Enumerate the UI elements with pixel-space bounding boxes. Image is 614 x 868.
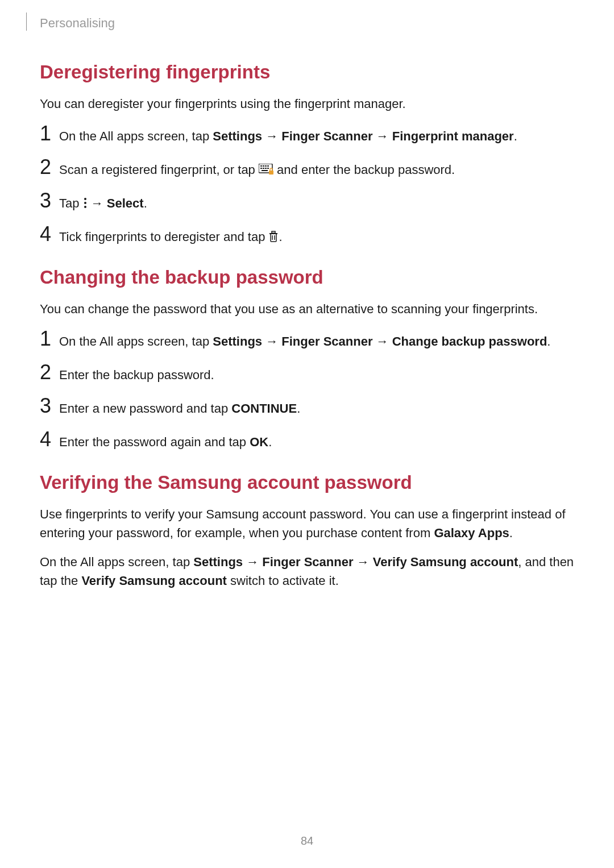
keyboard-lock-icon <box>259 164 273 175</box>
header-divider <box>26 13 27 31</box>
text: . <box>509 526 513 540</box>
text: Enter a new password and tap <box>59 401 231 416</box>
steps-deregistering: 1 On the All apps screen, tap Settings →… <box>40 123 574 246</box>
step-number: 4 <box>40 429 59 450</box>
step-text: On the All apps screen, tap Settings → F… <box>59 126 517 146</box>
step-text: On the All apps screen, tap Settings → F… <box>59 331 550 351</box>
step-number: 2 <box>40 157 59 177</box>
svg-rect-7 <box>265 168 267 169</box>
step-item: 1 On the All apps screen, tap Settings →… <box>40 329 574 351</box>
svg-rect-5 <box>260 168 262 169</box>
step-text: Enter the backup password. <box>59 364 214 384</box>
svg-point-13 <box>84 206 86 208</box>
svg-rect-6 <box>263 168 264 169</box>
bold-text: Settings <box>213 129 262 143</box>
step-number: 1 <box>40 329 59 349</box>
text: . <box>279 230 282 244</box>
bold-text: Settings <box>213 334 262 348</box>
svg-point-12 <box>84 202 86 204</box>
text: Tick fingerprints to deregister and tap <box>59 230 268 244</box>
svg-rect-10 <box>269 171 273 175</box>
svg-rect-8 <box>267 168 269 169</box>
step-item: 2 Scan a registered fingerprint, or tap … <box>40 157 574 179</box>
section-deregistering: Deregistering fingerprints You can dereg… <box>40 61 574 246</box>
heading-verifying-samsung: Verifying the Samsung account password <box>40 472 574 493</box>
trash-icon <box>268 231 279 242</box>
intro-changing-password: You can change the password that you use… <box>40 300 574 318</box>
svg-rect-1 <box>260 165 262 167</box>
step-text: Scan a registered fingerprint, or tap an… <box>59 159 455 179</box>
text: . <box>268 435 272 449</box>
arrow-text: → <box>243 555 262 569</box>
text: On the All apps screen, tap <box>59 129 213 143</box>
step-number: 4 <box>40 224 59 244</box>
text: . <box>514 129 517 143</box>
bold-text: Finger Scanner <box>281 334 372 348</box>
text: On the All apps screen, tap <box>40 555 193 569</box>
svg-rect-4 <box>267 165 269 167</box>
svg-rect-2 <box>263 165 264 167</box>
paragraph-1: Use fingerprints to verify your Samsung … <box>40 505 574 542</box>
bold-text: Settings <box>193 555 243 569</box>
step-item: 4 Enter the password again and tap OK. <box>40 429 574 451</box>
text: . <box>144 196 147 210</box>
step-number: 1 <box>40 123 59 144</box>
text: . <box>297 401 300 416</box>
heading-deregistering: Deregistering fingerprints <box>40 61 574 83</box>
arrow-text: → <box>372 334 392 348</box>
step-text: Enter the password again and tap OK. <box>59 431 272 451</box>
arrow-text: → <box>372 129 392 143</box>
breadcrumb-section: Personalising <box>40 16 574 31</box>
step-item: 2 Enter the backup password. <box>40 362 574 384</box>
svg-rect-15 <box>272 231 275 233</box>
arrow-text: → <box>262 334 281 348</box>
text: Tap <box>59 196 83 210</box>
section-verifying-samsung: Verifying the Samsung account password U… <box>40 472 574 590</box>
step-item: 3 Tap → Select. <box>40 190 574 213</box>
bold-text: Change backup password <box>392 334 547 348</box>
bold-text: Select <box>107 196 144 210</box>
bold-text: OK <box>250 435 268 449</box>
bold-text: Galaxy Apps <box>434 526 509 540</box>
intro-deregistering: You can deregister your fingerprints usi… <box>40 94 574 113</box>
text: . <box>547 334 550 348</box>
step-text: Enter a new password and tap CONTINUE. <box>59 398 300 418</box>
step-text: Tap → Select. <box>59 193 147 213</box>
step-text: Tick fingerprints to deregister and tap … <box>59 226 283 246</box>
page-content: Personalising Deregistering fingerprints… <box>0 0 614 590</box>
bold-text: Finger Scanner <box>281 129 372 143</box>
svg-rect-3 <box>265 165 267 167</box>
text: Enter the backup password. <box>59 368 214 382</box>
text: Enter the password again and tap <box>59 435 250 449</box>
bold-text: Verify Samsung account <box>373 555 518 569</box>
bold-text: CONTINUE <box>231 401 297 416</box>
text: On the All apps screen, tap <box>59 334 213 348</box>
arrow-text: → <box>88 196 107 210</box>
step-number: 2 <box>40 362 59 383</box>
section-changing-password: Changing the backup password You can cha… <box>40 267 574 451</box>
bold-text: Fingerprint manager <box>392 129 514 143</box>
step-number: 3 <box>40 190 59 211</box>
svg-point-11 <box>84 198 86 200</box>
arrow-text: → <box>353 555 372 569</box>
bold-text: Verify Samsung account <box>81 574 227 588</box>
svg-rect-9 <box>262 170 268 171</box>
heading-changing-password: Changing the backup password <box>40 267 574 288</box>
bold-text: Finger Scanner <box>262 555 353 569</box>
page-number: 84 <box>0 834 614 848</box>
step-item: 3 Enter a new password and tap CONTINUE. <box>40 396 574 418</box>
step-number: 3 <box>40 396 59 416</box>
arrow-text: → <box>262 129 281 143</box>
step-item: 1 On the All apps screen, tap Settings →… <box>40 123 574 146</box>
text: switch to activate it. <box>227 574 339 588</box>
more-options-icon <box>83 197 88 209</box>
steps-changing-password: 1 On the All apps screen, tap Settings →… <box>40 329 574 451</box>
text: Scan a registered fingerprint, or tap <box>59 163 259 177</box>
step-item: 4 Tick fingerprints to deregister and ta… <box>40 224 574 246</box>
paragraph-2: On the All apps screen, tap Settings → F… <box>40 553 574 590</box>
text: and enter the backup password. <box>273 163 455 177</box>
